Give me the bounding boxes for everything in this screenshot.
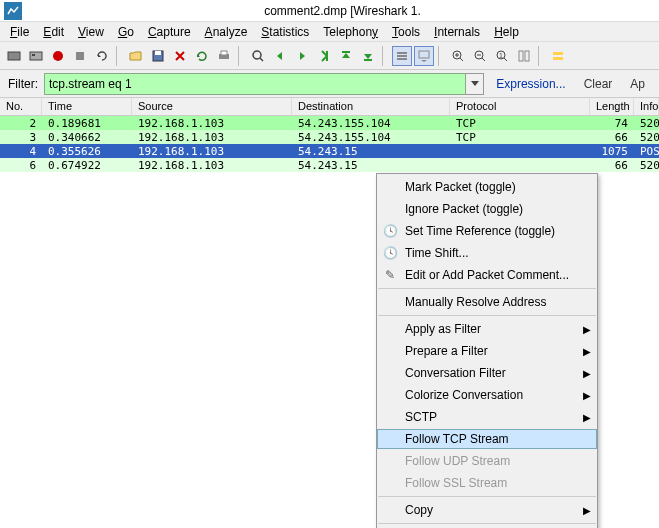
capture-start-icon[interactable] — [48, 46, 68, 66]
menu-file[interactable]: File — [4, 23, 35, 41]
ctx-separator — [378, 523, 596, 524]
ctx-colorize-conversation[interactable]: Colorize Conversation▶ — [377, 384, 597, 406]
menu-help[interactable]: Help — [488, 23, 525, 41]
cell: TCP — [450, 117, 590, 130]
reload-icon[interactable] — [192, 46, 212, 66]
ctx-label: Colorize Conversation — [405, 388, 523, 402]
colorize-icon[interactable] — [392, 46, 412, 66]
cell: 0.355626 — [42, 145, 132, 158]
filter-expression-button[interactable]: Expression... — [490, 77, 571, 91]
ctx-follow-ssl-stream: Follow SSL Stream — [377, 472, 597, 494]
find-icon[interactable] — [248, 46, 268, 66]
menu-edit[interactable]: Edit — [37, 23, 70, 41]
ctx-sctp[interactable]: SCTP▶ — [377, 406, 597, 428]
zoom-out-icon[interactable] — [470, 46, 490, 66]
ctx-label: Follow SSL Stream — [405, 476, 507, 490]
svg-point-4 — [53, 51, 63, 61]
open-file-icon[interactable] — [126, 46, 146, 66]
col-no[interactable]: No. — [0, 98, 42, 115]
menu-go[interactable]: Go — [112, 23, 140, 41]
menu-tools[interactable]: Tools — [386, 23, 426, 41]
ctx-apply-as-filter[interactable]: Apply as Filter▶ — [377, 318, 597, 340]
edit-icon: ✎ — [381, 268, 399, 282]
ctx-set-time-reference[interactable]: 🕓Set Time Reference (toggle) — [377, 220, 597, 242]
go-to-packet-icon[interactable] — [314, 46, 334, 66]
ctx-label: Manually Resolve Address — [405, 295, 546, 309]
col-time[interactable]: Time — [42, 98, 132, 115]
ctx-mark-packet[interactable]: Mark Packet (toggle) — [377, 176, 597, 198]
col-length[interactable]: Length — [590, 98, 634, 115]
go-forward-icon[interactable] — [292, 46, 312, 66]
capture-restart-icon[interactable] — [92, 46, 112, 66]
menu-telephony[interactable]: Telephony — [317, 23, 384, 41]
col-info[interactable]: Info — [634, 98, 659, 115]
col-destination[interactable]: Destination — [292, 98, 450, 115]
go-first-icon[interactable] — [336, 46, 356, 66]
auto-scroll-icon[interactable] — [414, 46, 434, 66]
svg-rect-16 — [397, 55, 407, 57]
menu-internals[interactable]: Internals — [428, 23, 486, 41]
menu-view[interactable]: View — [72, 23, 110, 41]
zoom-in-icon[interactable] — [448, 46, 468, 66]
menu-capture[interactable]: Capture — [142, 23, 197, 41]
capture-filters-icon[interactable] — [548, 46, 568, 66]
ctx-label: Follow UDP Stream — [405, 454, 510, 468]
capture-interfaces-icon[interactable] — [4, 46, 24, 66]
menu-statistics[interactable]: Statistics — [255, 23, 315, 41]
table-row[interactable]: 40.355626192.168.1.10354.243.151075POS — [0, 144, 659, 158]
ctx-follow-tcp-stream[interactable]: Follow TCP Stream — [377, 429, 597, 449]
cell: 54.243.15 — [292, 145, 450, 158]
filter-label: Filter: — [8, 77, 38, 91]
ctx-copy[interactable]: Copy▶ — [377, 499, 597, 521]
cell: 3 — [0, 131, 42, 144]
resize-columns-icon[interactable] — [514, 46, 534, 66]
filter-dropdown-icon[interactable] — [466, 73, 484, 95]
cell: 54.243.155.104 — [292, 117, 450, 130]
svg-rect-3 — [32, 54, 35, 56]
col-protocol[interactable]: Protocol — [450, 98, 590, 115]
go-last-icon[interactable] — [358, 46, 378, 66]
svg-rect-15 — [397, 52, 407, 54]
submenu-arrow-icon: ▶ — [583, 346, 591, 357]
ctx-separator — [378, 496, 596, 497]
go-back-icon[interactable] — [270, 46, 290, 66]
clock-icon: 🕓 — [381, 224, 399, 238]
app-icon — [4, 2, 22, 20]
filter-input[interactable] — [44, 73, 466, 95]
menu-analyze[interactable]: Analyze — [199, 23, 254, 41]
ctx-edit-packet-comment[interactable]: ✎Edit or Add Packet Comment... — [377, 264, 597, 286]
cell: 1075 — [590, 145, 634, 158]
cell: 0.674922 — [42, 159, 132, 172]
ctx-prepare-filter[interactable]: Prepare a Filter▶ — [377, 340, 597, 362]
cell: POS — [634, 145, 659, 158]
submenu-arrow-icon: ▶ — [583, 390, 591, 401]
save-file-icon[interactable] — [148, 46, 168, 66]
table-row[interactable]: 20.189681192.168.1.10354.243.155.104TCP7… — [0, 116, 659, 130]
svg-rect-31 — [553, 52, 563, 55]
toolbar-separator — [238, 46, 244, 66]
ctx-label: Edit or Add Packet Comment... — [405, 268, 569, 282]
col-source[interactable]: Source — [132, 98, 292, 115]
filter-apply-button[interactable]: Ap — [624, 77, 651, 91]
ctx-ignore-packet[interactable]: Ignore Packet (toggle) — [377, 198, 597, 220]
print-icon[interactable] — [214, 46, 234, 66]
svg-line-22 — [460, 58, 463, 61]
close-file-icon[interactable] — [170, 46, 190, 66]
zoom-reset-icon[interactable]: 1 — [492, 46, 512, 66]
capture-stop-icon[interactable] — [70, 46, 90, 66]
table-row[interactable]: 30.340662192.168.1.10354.243.155.104TCP6… — [0, 130, 659, 144]
ctx-conversation-filter[interactable]: Conversation Filter▶ — [377, 362, 597, 384]
ctx-manually-resolve[interactable]: Manually Resolve Address — [377, 291, 597, 313]
capture-options-icon[interactable] — [26, 46, 46, 66]
table-row[interactable]: 60.674922192.168.1.10354.243.1566520 — [0, 158, 659, 172]
packet-table-body: 20.189681192.168.1.10354.243.155.104TCP7… — [0, 116, 659, 172]
svg-line-28 — [504, 58, 507, 61]
filter-clear-button[interactable]: Clear — [578, 77, 619, 91]
svg-rect-7 — [155, 51, 161, 55]
cell: 4 — [0, 145, 42, 158]
ctx-time-shift[interactable]: 🕓Time Shift... — [377, 242, 597, 264]
clock-icon: 🕓 — [381, 246, 399, 260]
svg-text:1: 1 — [499, 52, 503, 59]
toolbar-separator — [382, 46, 388, 66]
context-menu: Mark Packet (toggle) Ignore Packet (togg… — [376, 173, 598, 528]
